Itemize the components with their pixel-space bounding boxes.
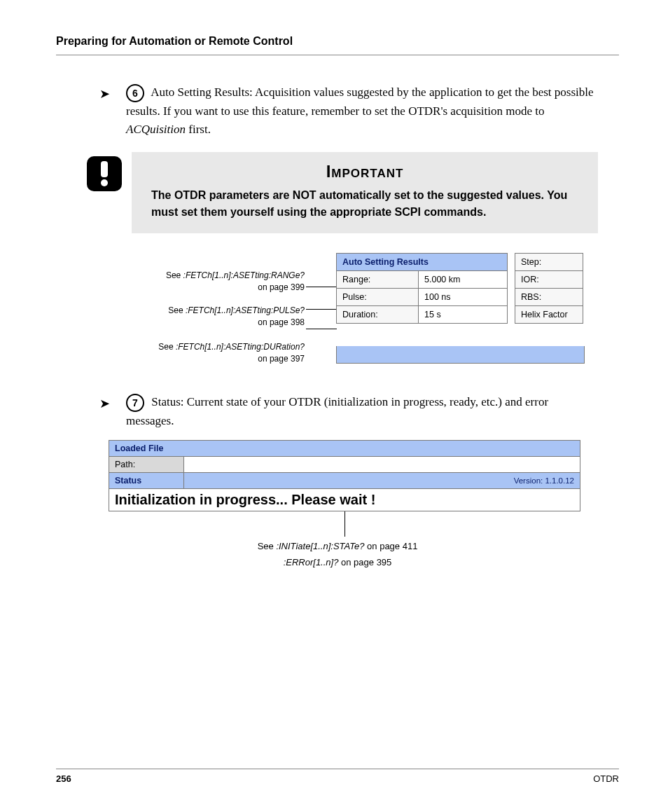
status-panel: Loaded File Path: Status Version: 1.1.0.… (109, 440, 580, 511)
bullet-pointer-icon: ➤ (99, 85, 110, 104)
leader-line (306, 309, 337, 310)
item6-text-tail: first. (186, 123, 211, 136)
step-number-6: 6 (126, 84, 144, 102)
list-item-7: ➤ 7 Status: Current state of your OTDR (… (126, 393, 598, 430)
page-footer: 256 OTDR (56, 769, 619, 784)
table-row: Helix Factor (515, 306, 583, 324)
important-body: The OTDR parameters are NOT automaticall… (151, 187, 578, 221)
lower-captions: See :INITiate[1..n]:STATe? on page 411 :… (56, 538, 619, 571)
table-row: Pulse:100 ns (337, 289, 508, 306)
exclamation-icon (87, 156, 122, 191)
asr-figure: See :FETCh[1..n]:ASETting:RANGe? on page… (56, 253, 619, 372)
table-row: RBS: (515, 289, 583, 306)
version-label: Version: 1.1.0.12 (184, 472, 580, 488)
section-title: Preparing for Automation or Remote Contr… (56, 35, 619, 48)
item7-text: Status: Current state of your OTDR (init… (126, 395, 548, 427)
important-title: Important (151, 162, 578, 181)
leader-line (306, 329, 337, 329)
table-row: Duration:15 s (337, 306, 508, 324)
bullet-pointer-icon: ➤ (99, 394, 110, 413)
important-callout: Important The OTDR parameters are NOT au… (77, 152, 598, 233)
table-row: Range:5.000 km (337, 271, 508, 289)
status-message: Initialization in progress... Please wai… (109, 488, 580, 511)
table-row: Step: (515, 254, 583, 271)
path-value (184, 456, 580, 472)
caption-range: See :FETCh[1..n]:ASETting:RANGe? on page… (137, 270, 305, 294)
asr-title: Auto Setting Results (337, 254, 508, 271)
asr-footer-bar (336, 346, 585, 364)
item6-text-italic: ACQuisition (126, 123, 186, 136)
list-item-6: ➤ 6 Auto Setting Results: Acquisition va… (126, 83, 598, 138)
leader-line (306, 287, 337, 287)
loaded-file-header: Loaded File (109, 440, 580, 456)
divider (56, 55, 619, 55)
table-row: IOR: (515, 271, 583, 289)
path-label: Path: (109, 456, 184, 472)
status-header: Status (109, 472, 184, 488)
caption-pulse: See :FETCh[1..n]:ASETting:PULSe? on page… (140, 305, 305, 329)
page-number: 256 (56, 773, 71, 784)
item6-text-lead: Auto Setting Results: Acquisition values… (126, 85, 594, 118)
asr-table-right: Step: IOR: RBS: Helix Factor (515, 253, 583, 324)
leader-line (345, 511, 345, 537)
step-number-7: 7 (126, 394, 144, 412)
product-name: OTDR (593, 773, 619, 784)
asr-table: Auto Setting Results Range:5.000 km Puls… (336, 253, 508, 324)
caption-duration: See :FETCh[1..n]:ASETting:DURation? on p… (126, 341, 305, 365)
